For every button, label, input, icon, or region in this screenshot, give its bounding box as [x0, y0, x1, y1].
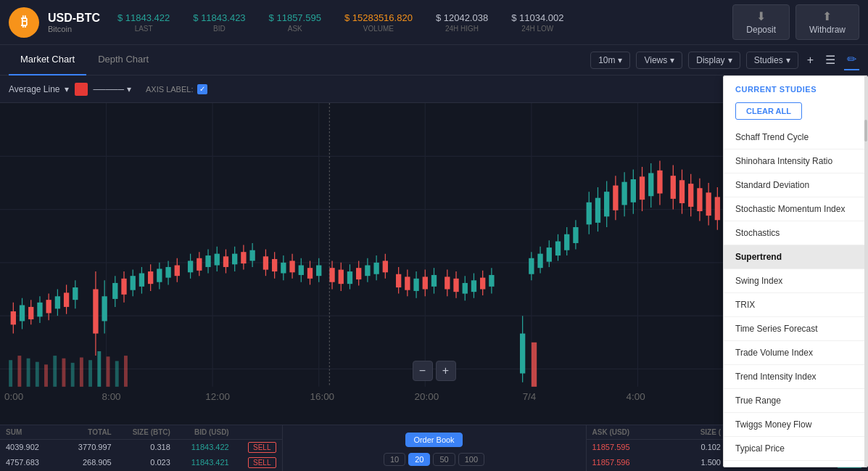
col-size-ask: SIZE (	[667, 425, 727, 440]
price-ask: $ 11857.595 ASK	[269, 12, 321, 33]
svg-rect-17	[36, 362, 39, 387]
svg-rect-135	[537, 254, 542, 269]
panel-list-item[interactable]: Time Series Forecast	[724, 317, 867, 341]
svg-rect-104	[365, 266, 370, 277]
tab-depth-chart[interactable]: Depth Chart	[86, 45, 160, 75]
panel-items-container: Schaff Trend CycleShinohara Intensity Ra…	[724, 126, 867, 467]
svg-rect-157	[640, 176, 645, 200]
svg-rect-50	[112, 283, 117, 299]
count-10-button[interactable]: 10	[384, 453, 405, 466]
price-volume-value: $ 15283516.820	[344, 12, 413, 23]
svg-rect-84	[272, 259, 277, 271]
svg-rect-149	[604, 192, 609, 216]
price-24h-high: $ 12042.038 24H HIGH	[436, 12, 488, 33]
study-selector[interactable]: Average Line ▾	[9, 84, 69, 94]
svg-rect-102	[356, 268, 361, 279]
count-50-button[interactable]: 50	[433, 453, 455, 466]
tab-market-chart[interactable]: Market Chart	[9, 45, 86, 75]
sum-cell: 4757.683	[0, 455, 59, 470]
price-24h-high-label: 24H HIGH	[436, 25, 488, 33]
panel-list-item[interactable]: Supertrend	[724, 245, 867, 269]
sell-action-button[interactable]: SELL	[248, 457, 276, 468]
count-20-button[interactable]: 20	[408, 453, 430, 466]
svg-rect-108	[383, 261, 388, 272]
ask-price-cell: 11857.595	[587, 439, 668, 455]
svg-text:16:00: 16:00	[310, 391, 335, 402]
svg-text:0:00: 0:00	[4, 391, 23, 402]
panel-list-item[interactable]: Ulcer Index	[724, 461, 867, 467]
display-label: Display	[696, 55, 724, 65]
line-style-selector[interactable]: ───── ▾	[94, 84, 132, 94]
scroll-thumb	[864, 120, 867, 142]
scroll-indicator[interactable]	[864, 76, 867, 467]
count-buttons: 10 20 50 100	[384, 453, 484, 466]
price-ask-label: ASK	[269, 25, 321, 33]
axis-label-text: AXIS LABEL:	[146, 85, 193, 94]
pair-info: USD-BTC Bitcoin	[48, 12, 100, 33]
svg-rect-22	[80, 358, 83, 387]
panel-list-item[interactable]: TRIX	[724, 293, 867, 317]
panel-list-item[interactable]: Trade Volume Index	[724, 341, 867, 365]
zoom-in-button[interactable]: +	[436, 361, 456, 381]
svg-rect-18	[44, 364, 48, 387]
views-label: Views	[644, 55, 667, 65]
svg-rect-48	[102, 296, 107, 321]
svg-rect-72	[215, 254, 220, 266]
panel-list-item[interactable]: Stochastics	[724, 221, 867, 245]
svg-rect-145	[587, 202, 592, 225]
svg-rect-173	[706, 192, 711, 216]
bids-table: SUM TOTAL SIZE (BTC) BID (USD) 4039.902 …	[0, 425, 282, 471]
panel-list-item[interactable]: Swing Index	[724, 269, 867, 293]
svg-rect-42	[64, 292, 69, 307]
count-100-button[interactable]: 100	[458, 453, 484, 466]
panel-list-item[interactable]: Typical Price	[724, 437, 867, 461]
svg-rect-36	[37, 303, 42, 317]
line-style-icon: ─────	[94, 84, 125, 94]
svg-rect-14	[9, 360, 12, 387]
svg-rect-155	[631, 179, 636, 202]
panel-list-item[interactable]: Standard Deviation	[724, 173, 867, 197]
svg-rect-169	[688, 184, 693, 207]
display-chevron-icon: ▾	[728, 55, 732, 65]
price-bid: $ 11843.423 BID	[193, 12, 245, 33]
price-24h-low-value: $ 11034.002	[511, 12, 563, 23]
header: ₿ USD-BTC Bitcoin $ 11843.422 LAST $ 118…	[0, 0, 868, 45]
svg-rect-32	[20, 305, 25, 321]
svg-rect-133	[529, 258, 534, 274]
panel-list-item[interactable]: True Range	[724, 389, 867, 413]
panel-list-item[interactable]: Twiggs Money Flow	[724, 413, 867, 437]
svg-rect-24	[97, 351, 101, 387]
order-book-tab[interactable]: Order Book	[405, 433, 462, 447]
deposit-button[interactable]: ⬇ Deposit	[732, 4, 790, 40]
panel-list-item[interactable]: Shinohara Intensity Ratio	[724, 150, 867, 173]
studies-button[interactable]: Studies ▾	[746, 52, 798, 69]
panel-list-item[interactable]: Stochastic Momentum Index	[724, 197, 867, 221]
svg-rect-52	[121, 279, 126, 295]
withdraw-button[interactable]: ⬆ Withdraw	[795, 4, 859, 40]
zoom-out-button[interactable]: −	[413, 361, 433, 381]
logo: ₿	[9, 7, 39, 38]
panel-list-item[interactable]: Schaff Trend Cycle	[724, 126, 867, 150]
svg-rect-130	[489, 275, 494, 287]
svg-rect-56	[139, 274, 144, 287]
svg-rect-98	[339, 270, 344, 284]
svg-rect-128	[480, 278, 485, 290]
list-icon-button[interactable]: ☰	[822, 50, 838, 70]
svg-rect-30	[11, 311, 16, 324]
axis-label-checkbox[interactable]	[197, 84, 207, 94]
sell-action-button[interactable]: SELL	[248, 442, 276, 453]
panel-list-item[interactable]: Trend Intensity Index	[724, 365, 867, 389]
color-picker[interactable]	[75, 83, 88, 96]
views-button[interactable]: Views ▾	[636, 52, 682, 69]
svg-rect-82	[263, 256, 268, 269]
line-style-chevron-icon: ▾	[127, 84, 131, 94]
clear-all-button[interactable]: CLEAR ALL	[735, 102, 802, 120]
display-button[interactable]: Display ▾	[688, 52, 740, 69]
current-studies-title: CURRENT STUDIES	[735, 85, 856, 94]
draw-icon-button[interactable]: ✏	[844, 49, 859, 70]
svg-rect-124	[463, 283, 468, 294]
svg-rect-88	[289, 261, 294, 272]
svg-text:4:00: 4:00	[627, 391, 645, 402]
add-icon-button[interactable]: +	[804, 51, 817, 70]
timeframe-button[interactable]: 10m ▾	[590, 52, 630, 69]
